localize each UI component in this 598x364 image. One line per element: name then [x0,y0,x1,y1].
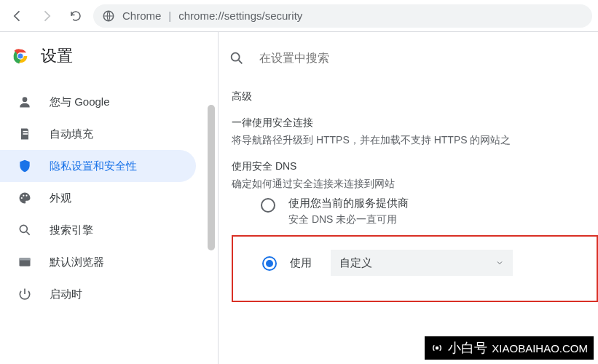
secure-dns-group: 使用安全 DNS 确定如何通过安全连接来连接到网站 使用您当前的服务提供商 安全… [232,160,598,302]
sidebar-item-appearance[interactable]: 外观 [0,182,196,214]
reload-button[interactable] [64,4,87,28]
main-panel: 高级 一律使用安全连接 将导航路径升级到 HTTPS，并在加载不支持 HTTPS… [219,32,598,364]
chrome-logo-icon [10,46,31,66]
sidebar-item-label: 您与 Google [50,95,110,109]
settings-search [219,38,598,79]
svg-point-9 [25,195,27,197]
settings-search-input[interactable] [259,52,449,65]
section-heading-advanced: 高级 [232,90,598,103]
content-area: 设置 您与 Google 自动填充 隐私设置和安全性 外观 搜索引擎 [0,32,598,364]
dns-option-current-sub: 安全 DNS 未必一直可用 [288,213,409,226]
back-button[interactable] [6,4,29,28]
https-desc: 将导航路径升级到 HTTPS，并在加载不支持 HTTPS 的网站之 [232,134,598,147]
dns-desc: 确定如何通过安全连接来连接到网站 [232,178,598,191]
broadcast-icon [430,341,444,355]
browser-icon [17,255,32,269]
sidebar-title: 设置 [41,45,73,67]
svg-point-4 [23,97,28,102]
svg-rect-5 [23,131,28,132]
sidebar-item-search-engine[interactable]: 搜索引擎 [0,214,196,246]
search-icon [17,223,32,237]
dns-provider-dropdown[interactable]: 自定义 [331,250,513,276]
power-icon [17,287,32,301]
url-text: chrome://settings/security [178,9,302,22]
radio-button[interactable] [261,198,275,213]
dns-option-custom-label: 使用 [290,256,312,270]
sidebar-item-privacy-security[interactable]: 隐私设置和安全性 [0,150,196,182]
svg-point-13 [232,53,240,61]
sidebar-list: 您与 Google 自动填充 隐私设置和安全性 外观 搜索引擎 默认浏览器 [0,80,218,310]
watermark: 小白号 XIAOBAIHAO.COM [425,336,594,360]
url-protocol: Chrome [122,9,161,22]
dropdown-value: 自定义 [339,256,372,270]
sidebar-item-on-startup[interactable]: 启动时 [0,278,196,310]
dns-option-custom[interactable]: 使用 自定义 [262,250,589,276]
sidebar-item-label: 隐私设置和安全性 [50,159,137,173]
svg-point-8 [23,195,24,197]
svg-point-14 [436,347,438,349]
sidebar-item-label: 启动时 [50,288,82,301]
svg-rect-6 [23,133,28,135]
sidebar-item-autofill[interactable]: 自动填充 [0,118,196,150]
url-separator: | [168,9,171,22]
sidebar-item-label: 外观 [50,191,71,205]
browser-toolbar: Chrome | chrome://settings/security [0,0,598,32]
search-icon [229,50,245,66]
dns-option-current-label: 使用您当前的服务提供商 [288,197,409,210]
https-title: 一律使用安全连接 [232,116,598,130]
person-icon [17,95,32,109]
sidebar: 设置 您与 Google 自动填充 隐私设置和安全性 外观 搜索引擎 [0,32,219,364]
sidebar-item-label: 自动填充 [50,127,93,141]
advanced-section: 高级 一律使用安全连接 将导航路径升级到 HTTPS，并在加载不支持 HTTPS… [219,90,598,302]
sidebar-scrollbar[interactable] [208,105,215,250]
shield-icon [17,159,32,173]
sidebar-item-label: 默认浏览器 [50,256,104,269]
address-bar[interactable]: Chrome | chrome://settings/security [93,4,592,28]
svg-point-10 [20,225,27,232]
radio-button[interactable] [262,256,277,271]
sidebar-item-label: 搜索引擎 [50,223,93,237]
sidebar-header: 设置 [0,32,218,80]
svg-rect-12 [20,258,31,260]
highlight-box: 使用 自定义 [232,235,598,302]
forward-button[interactable] [35,4,58,28]
sidebar-item-default-browser[interactable]: 默认浏览器 [0,246,196,278]
dns-title: 使用安全 DNS [232,160,598,173]
watermark-cn: 小白号 [448,339,487,357]
chevron-down-icon [495,258,504,267]
svg-point-7 [21,197,23,199]
sidebar-item-you-and-google[interactable]: 您与 Google [0,86,196,118]
palette-icon [17,191,32,205]
dns-option-current[interactable]: 使用您当前的服务提供商 安全 DNS 未必一直可用 [232,191,598,226]
watermark-en: XIAOBAIHAO.COM [492,342,588,355]
globe-icon [102,9,115,23]
autofill-icon [17,127,32,141]
